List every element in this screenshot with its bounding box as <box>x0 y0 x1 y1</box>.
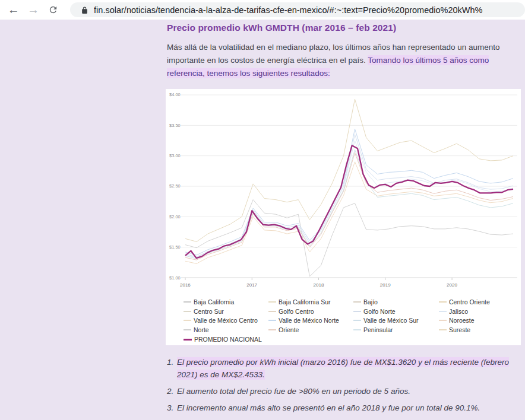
forward-button[interactable]: → <box>23 2 43 18</box>
legend-dash-icon <box>439 320 447 321</box>
price-chart-card: $4.00$3.50$3.00$2.50$2.00$1.50$1.0020162… <box>166 89 521 345</box>
intro-paragraph: Más allá de la volatilidad en el mediano… <box>167 41 521 80</box>
legend-dash-icon <box>268 301 276 303</box>
legend-item[interactable]: Peninsular <box>353 325 439 335</box>
url-text[interactable]: fin.solar/noticias/tendencia-a-la-alza-d… <box>94 5 482 15</box>
legend-label: Sureste <box>449 326 470 333</box>
legend-label: Centro Sur <box>194 308 224 315</box>
fact-list-item: El precio promedio por kWh inicial (marz… <box>176 356 521 381</box>
legend-item[interactable]: Centro Sur <box>184 307 268 316</box>
x-axis-tick-label: 2016 <box>180 282 191 288</box>
legend-label: Golfo Norte <box>363 308 396 315</box>
legend-item[interactable]: Norte <box>184 325 268 335</box>
legend-label: Peninsular <box>363 326 393 333</box>
legend-label: Baja California Sur <box>279 298 331 306</box>
regional-line <box>185 162 513 264</box>
y-axis-tick-label: $1.00 <box>169 275 181 281</box>
legend-label: Valle de México Centro <box>194 317 258 324</box>
article-content: Precio promedio kWh GMDTH (mar 2016 – fe… <box>167 20 521 420</box>
legend-item[interactable]: Valle de México Centro <box>184 316 268 326</box>
https-lock-icon[interactable] <box>81 6 88 14</box>
legend-label: Centro Oriente <box>449 298 490 306</box>
legend-item[interactable]: Bajío <box>353 297 439 307</box>
reload-icon <box>48 5 58 15</box>
legend-dash-icon <box>184 339 192 341</box>
x-axis-tick-label: 2019 <box>380 282 391 288</box>
legend-item[interactable]: Valle de México Norte <box>268 316 353 326</box>
y-axis-tick-label: $2.50 <box>169 183 181 189</box>
legend-label: Valle de México Sur <box>363 317 419 324</box>
legend-item[interactable]: Baja California Sur <box>268 297 353 307</box>
address-bar[interactable]: fin.solar/noticias/tendencia-a-la-alza-d… <box>70 2 525 17</box>
y-axis-tick-label: $4.00 <box>169 92 181 97</box>
legend-item[interactable]: Valle de México Sur <box>353 316 439 326</box>
legend-dash-icon <box>184 329 191 330</box>
promedio-nacional-line <box>185 145 513 258</box>
fact-list-item: El aumento total del precio fue de >80% … <box>176 385 521 397</box>
legend-dash-icon <box>353 311 361 312</box>
chart-legend: Baja CaliforniaCentro SurValle de México… <box>166 293 521 344</box>
fact-highlighted-text: El precio promedio por kWh inicial (marz… <box>177 357 509 380</box>
legend-dash-icon <box>353 301 361 303</box>
legend-item[interactable]: Jalisco <box>439 307 521 316</box>
legend-label: Jalisco <box>449 308 468 315</box>
legend-dash-icon <box>439 311 447 312</box>
facts-list: El precio promedio por kWh inicial (marz… <box>176 356 521 420</box>
y-axis-tick-label: $2.00 <box>169 214 181 219</box>
y-axis-tick-label: $3.50 <box>169 123 181 128</box>
legend-item[interactable]: Sureste <box>439 325 521 335</box>
legend-dash-icon <box>353 329 361 330</box>
regional-line <box>185 200 513 276</box>
x-axis-tick-label: 2020 <box>447 282 457 288</box>
legend-label: Noroeste <box>449 317 475 324</box>
legend-dash-icon <box>439 329 447 330</box>
legend-item[interactable]: Baja California <box>184 297 268 307</box>
legend-dash-icon <box>353 320 361 321</box>
legend-label: Bajío <box>363 298 378 306</box>
legend-dash-icon <box>268 329 276 330</box>
fact-list-item: El incremento anual más alto se presentó… <box>176 402 521 414</box>
legend-item[interactable]: Oriente <box>268 325 353 335</box>
legend-item[interactable]: Noroeste <box>439 316 521 326</box>
legend-dash-icon <box>184 301 191 303</box>
legend-label: Baja California <box>194 298 234 306</box>
x-axis-tick-label: 2017 <box>246 282 257 288</box>
legend-item[interactable]: Golfo Centro <box>268 307 353 316</box>
y-axis-tick-label: $3.00 <box>169 153 181 158</box>
price-line-chart[interactable]: $4.00$3.50$3.00$2.50$2.00$1.50$1.0020162… <box>166 89 521 293</box>
legend-dash-icon <box>439 301 447 303</box>
legend-dash-icon <box>268 311 276 312</box>
page-background: Precio promedio kWh GMDTH (mar 2016 – fe… <box>0 20 525 420</box>
legend-label: Golfo Centro <box>279 308 314 315</box>
legend-item[interactable]: PROMEDIO NACIONAL <box>184 335 268 344</box>
browser-toolbar: ← → fin.solar/noticias/tendencia-a-la-al… <box>0 0 525 20</box>
legend-label: Norte <box>194 326 209 333</box>
legend-dash-icon <box>184 311 191 312</box>
legend-item[interactable]: Golfo Norte <box>353 307 439 316</box>
legend-item[interactable]: Centro Oriente <box>439 297 521 307</box>
legend-dash-icon <box>268 320 276 321</box>
back-button[interactable]: ← <box>4 2 23 18</box>
legend-label: Valle de México Norte <box>279 317 339 324</box>
legend-label: Oriente <box>279 326 299 333</box>
reload-button[interactable] <box>43 2 63 18</box>
legend-dash-icon <box>184 320 191 321</box>
legend-label: PROMEDIO NACIONAL <box>194 336 262 343</box>
article-title: Precio promedio kWh GMDTH (mar 2016 – fe… <box>167 23 521 33</box>
y-axis-tick-label: $1.50 <box>169 244 181 250</box>
x-axis-tick-label: 2018 <box>314 282 324 288</box>
